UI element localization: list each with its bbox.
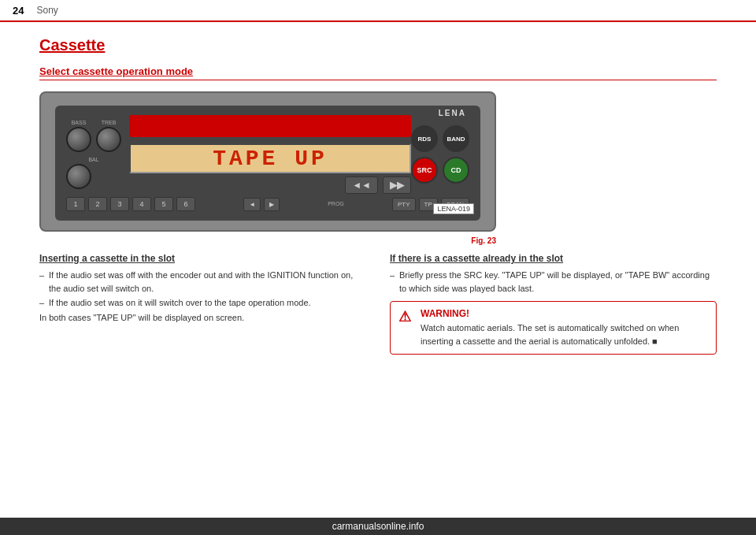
preset-3[interactable]: 3 — [110, 197, 129, 211]
knob-row-top: BASS TREB — [66, 120, 121, 152]
cassette-slot — [129, 115, 411, 137]
treb-label: TREB — [96, 120, 121, 125]
preset-6[interactable]: 6 — [176, 197, 195, 211]
warning-icon: ⚠ — [398, 308, 414, 325]
bass-label: BASS — [66, 120, 91, 125]
rds-button[interactable]: RDS — [411, 125, 438, 152]
play-back-button[interactable]: ◄ — [243, 198, 261, 211]
warning-content: WARNING! Watch automatic aerials. The se… — [421, 308, 708, 347]
left-column: Inserting a cassette in the slot If the … — [39, 253, 366, 355]
right-col-heading: If there is a cassette already in the sl… — [390, 253, 717, 264]
preset-4[interactable]: 4 — [132, 197, 151, 211]
cd-button[interactable]: CD — [443, 157, 469, 184]
radio-image: LENA BASS TREB BAL — [39, 91, 496, 232]
radio-display-area: TAPE UP ◄◄ ▶▶ — [129, 115, 411, 194]
fig-label: Fig. 23 — [39, 236, 496, 245]
forward-button[interactable]: ▶▶ — [383, 176, 411, 194]
main-content: Cassette Select cassette operation mode … — [0, 22, 756, 369]
pty-button[interactable]: PTY — [392, 198, 416, 211]
left-bullet-1: If the audio set was off with the encode… — [39, 269, 366, 295]
footer-bar: carmanualsonline.info — [0, 518, 756, 535]
right-column: If there is a cassette already in the sl… — [390, 253, 717, 355]
bal-label: BAL — [66, 157, 121, 162]
right-btn-row-bottom: SRC CD — [411, 157, 469, 184]
warning-text: Watch automatic aerials. The set is auto… — [421, 321, 708, 347]
play-forward-button[interactable]: ▶ — [264, 198, 280, 211]
left-bullet-2: If the audio set was on it will switch o… — [39, 296, 366, 310]
treb-knob[interactable] — [96, 127, 121, 152]
rewind-button[interactable]: ◄◄ — [345, 176, 378, 194]
prog-label: PROG — [328, 201, 344, 206]
band-button[interactable]: BAND — [443, 125, 469, 152]
radio-brand: LENA — [439, 109, 466, 117]
bal-knob[interactable] — [66, 164, 91, 189]
preset-1[interactable]: 1 — [66, 197, 85, 211]
footer-text: carmanualsonline.info — [332, 521, 424, 532]
page-number: 24 — [13, 5, 24, 17]
warning-title: WARNING! — [421, 308, 708, 319]
body-columns: Inserting a cassette in the slot If the … — [39, 253, 717, 355]
warning-box: ⚠ WARNING! Watch automatic aerials. The … — [390, 301, 717, 355]
src-button[interactable]: SRC — [411, 157, 438, 184]
radio-main-area: BASS TREB BAL — [66, 115, 469, 194]
bass-knob[interactable] — [66, 127, 91, 152]
radio-bottom-row: 1 2 3 4 5 6 ◄ ▶ PROG PTY TP SCAN — [66, 197, 469, 211]
seek-row: ◄◄ ▶▶ — [129, 176, 411, 194]
right-bullet-1: Briefly press the SRC key. "TAPE UP" wil… — [390, 269, 717, 295]
lena-code: LENA-019 — [433, 203, 474, 214]
display-text: TAPE UP — [213, 147, 328, 171]
preset-5[interactable]: 5 — [154, 197, 173, 211]
radio-unit: LENA BASS TREB BAL — [55, 106, 480, 221]
left-col-heading: Inserting a cassette in the slot — [39, 253, 366, 264]
section-label: Sony — [36, 5, 57, 16]
section-title: Cassette — [39, 36, 717, 54]
radio-right-buttons: RDS BAND SRC CD — [411, 125, 469, 184]
display-screen: TAPE UP — [129, 143, 411, 173]
sub-heading: Select cassette operation mode — [39, 65, 717, 80]
top-bar: 24 Sony — [0, 0, 756, 22]
left-note: In both cases "TAPE UP" will be displaye… — [39, 311, 366, 325]
right-btn-row-top: RDS BAND — [411, 125, 469, 152]
preset-2[interactable]: 2 — [88, 197, 107, 211]
